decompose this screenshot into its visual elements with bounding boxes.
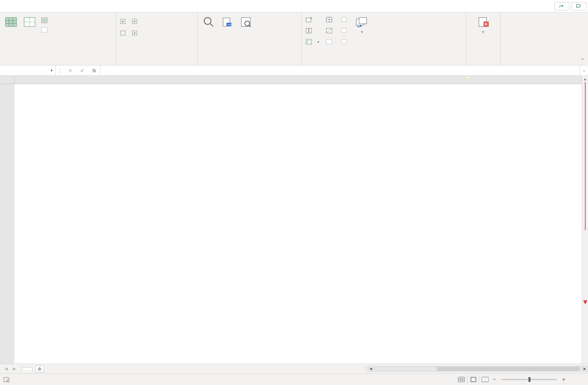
custom-view-icon [41,27,48,33]
hide-button[interactable] [325,27,336,34]
sheet-tab-active[interactable] [22,367,32,370]
comment-button[interactable] [571,2,587,10]
zoom-slider[interactable] [502,379,557,380]
sheet-nav-prev-icon[interactable]: ◀ [4,366,8,371]
zoom-100-icon: 100 [221,16,233,28]
group-label-zoom [200,62,298,65]
switch-window-button[interactable]: ▾ [354,14,370,35]
name-box[interactable]: ▼ [0,65,56,75]
gridlines-checkbox[interactable] [119,30,129,37]
new-window-button[interactable]: + [304,16,321,23]
svg-text:+: + [310,17,312,20]
svg-rect-9 [42,19,46,22]
unhide-icon [326,39,332,44]
svg-rect-36 [359,18,367,24]
ruler-checkbox[interactable] [119,18,129,25]
custom-view-button[interactable] [40,26,51,34]
formulabar-checkbox[interactable] [131,18,140,25]
enter-icon[interactable]: ✔ [80,68,84,73]
win-icon-1[interactable] [340,16,349,23]
cells-area[interactable] [14,84,588,373]
normal-view-icon [5,16,17,28]
macro-button[interactable]: ▾ [475,14,492,35]
arrange-button[interactable] [304,27,321,34]
zoom-icon [202,16,215,28]
sheet-nav[interactable]: ◀▶ [0,366,21,371]
freeze-panes-button[interactable]: ▾ [304,38,321,45]
page-layout-button[interactable] [40,17,51,24]
ribbon-group-window: + ▾ ▾ [302,12,466,65]
hscroll-thumb[interactable] [437,367,579,371]
scroll-arrow-red-icon [583,300,587,304]
zoom-in-button[interactable]: + [560,376,567,383]
formula-bar: ▼ ✕ ✔ fx ⌄ [0,65,588,76]
zoom-fit-icon [240,16,252,28]
scroll-indicator [585,84,586,230]
formula-bar-buttons: ✕ ✔ fx [56,65,101,75]
vertical-scrollbar[interactable]: ▲ ▼ [582,84,588,373]
ribbon-group-zoom: 100 [198,12,302,65]
cancel-icon[interactable]: ✕ [68,68,72,73]
share-button[interactable] [554,2,569,10]
chevron-down-icon: ▾ [317,40,319,44]
hide-icon [326,28,332,33]
svg-text:100: 100 [227,23,231,26]
checkbox-icon [132,31,137,35]
view-pagelayout-button[interactable] [467,375,479,384]
split-button[interactable] [325,16,336,23]
svg-rect-10 [42,28,47,32]
ribbon: 100 + ▾ [0,12,588,65]
svg-point-44 [8,380,9,381]
sheet-tab-bar: ◀▶ ⊕ ⋮ ◀ ▶ [0,364,588,373]
add-sheet-button[interactable]: ⊕ [35,365,44,372]
zoom-100-button[interactable]: 100 [219,14,235,31]
pagebreak-preview-button[interactable] [21,14,38,31]
zoom-slider-thumb[interactable] [528,377,531,382]
select-all-corner[interactable] [0,76,14,84]
sheet-nav-next-icon[interactable]: ▶ [13,366,16,371]
window-small-icon [341,28,347,33]
view-pagebreak-button[interactable] [479,375,491,384]
spreadsheet-grid: ▲ ▼ [0,76,588,373]
menu-bar [0,0,588,12]
freeze-icon [306,39,312,44]
chevron-down-icon: ▼ [50,69,53,72]
win-icon-2[interactable] [340,27,349,34]
unhide-button[interactable] [325,38,336,45]
formula-input[interactable] [101,65,580,75]
pagebreak-icon [23,16,36,28]
hscroll-left-icon[interactable]: ◀ [368,366,374,372]
share-icon [559,4,564,9]
chevron-down-icon: ▾ [361,30,363,34]
headings-checkbox[interactable] [131,30,140,37]
svg-rect-45 [458,377,464,382]
tab-split-grip[interactable]: ⋮ [364,366,368,371]
window-small-icon [341,17,347,22]
svg-rect-25 [306,39,312,41]
svg-rect-21 [306,28,308,33]
zoom-button[interactable] [200,14,217,31]
hscroll-right-icon[interactable]: ▶ [582,366,588,372]
row-headers [0,84,14,373]
fx-icon[interactable]: fx [92,68,96,73]
checkbox-icon [120,31,125,35]
zoom-out-button[interactable]: − [491,376,498,383]
page-layout-icon [41,18,48,23]
window-small-icon [341,39,347,44]
normal-view-button[interactable] [3,14,19,31]
svg-rect-32 [342,17,346,21]
win-icon-3[interactable] [340,38,349,45]
horizontal-scrollbar[interactable] [375,366,581,372]
svg-point-11 [204,18,211,24]
group-label-show [119,62,195,65]
svg-line-12 [210,24,213,27]
ribbon-collapse-button[interactable]: ⌃ [580,58,585,63]
status-bar: − + [0,373,588,385]
record-macro-icon[interactable] [3,376,10,383]
formula-bar-expand[interactable]: ⌄ [580,65,588,75]
column-headers [0,76,588,84]
formula-bar-tooltip [465,76,471,79]
split-icon [326,17,332,22]
zoom-fit-button[interactable] [238,14,254,31]
view-normal-button[interactable] [455,375,467,384]
